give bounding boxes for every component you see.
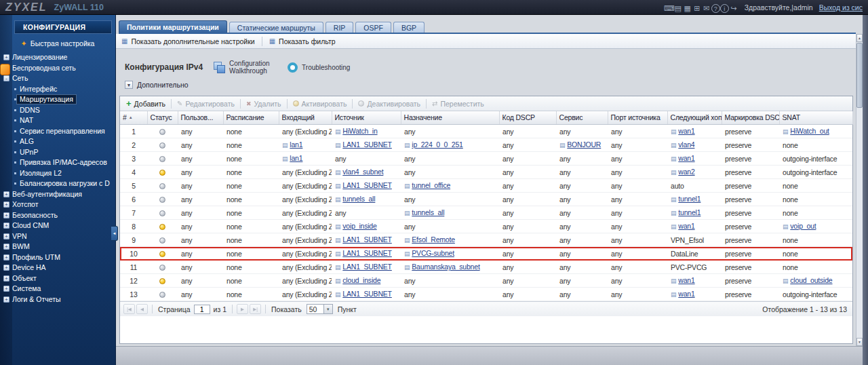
tree-expander-icon[interactable]: + bbox=[3, 233, 9, 239]
object-link[interactable]: LAN1_SUBNET bbox=[342, 140, 392, 149]
page-size-select[interactable]: 50 ▼ bbox=[307, 304, 333, 314]
tree-expander-icon[interactable]: + bbox=[3, 244, 9, 250]
table-row[interactable]: 11anynoneany (Excluding Zy...▤LAN1_SUBNE… bbox=[120, 261, 852, 274]
column-header[interactable]: Назначение bbox=[401, 111, 499, 125]
object-link[interactable]: tunnel1 bbox=[678, 195, 701, 203]
sitemap-icon[interactable]: ▦ bbox=[683, 3, 692, 13]
edit-button[interactable]: ✎Редактировать bbox=[174, 98, 238, 109]
object-link[interactable]: LAN1_SUBNET bbox=[342, 290, 392, 298]
object-link[interactable]: wan2 bbox=[678, 168, 694, 176]
object-link[interactable]: LAN1_SUBNET bbox=[342, 249, 392, 257]
table-row[interactable]: 1anynoneany (Excluding Zy...▤HiWatch_ina… bbox=[120, 125, 852, 138]
vertical-scrollbar[interactable]: ▲ ▼ bbox=[856, 34, 863, 346]
tree-expander-icon[interactable]: + bbox=[3, 286, 9, 292]
tree-expander-icon[interactable]: + bbox=[3, 54, 9, 60]
column-header[interactable]: Сервис bbox=[556, 111, 608, 125]
sidebar-item-system[interactable]: +Система bbox=[0, 284, 115, 294]
object-link[interactable]: Efsol_Remote bbox=[412, 235, 455, 244]
table-row[interactable]: 13anynoneany (Excluding Zy...▤LAN1_SUBNE… bbox=[120, 288, 852, 301]
column-header[interactable]: Входящий bbox=[279, 111, 332, 125]
object-link[interactable]: lan1 bbox=[290, 140, 302, 149]
object-link[interactable]: vlan4 bbox=[678, 140, 694, 149]
object-link[interactable]: LAN1_SUBNET bbox=[342, 235, 392, 244]
object-link[interactable]: PVCG-subnet bbox=[412, 249, 454, 257]
sidebar-item-cloud-cnm[interactable]: +Cloud CNM bbox=[0, 220, 115, 231]
sidebar-collapse-handle[interactable]: ◂ bbox=[111, 226, 118, 241]
object-link[interactable]: LAN1_SUBNET bbox=[342, 263, 392, 271]
sidebar-item-ddns[interactable]: DDNS bbox=[0, 105, 115, 116]
column-header[interactable]: Источник bbox=[332, 111, 401, 125]
object-link[interactable]: HiWatch_out bbox=[790, 127, 829, 135]
tab-routing-policies[interactable]: Политики маршрутизации bbox=[119, 20, 227, 33]
sidebar-item-l2-isolation[interactable]: Изоляция L2 bbox=[0, 168, 115, 179]
sidebar-item-device-ha[interactable]: +Device HA bbox=[0, 263, 115, 273]
column-header[interactable]: Код DSCP bbox=[499, 111, 556, 125]
object-link[interactable]: tunnel_office bbox=[412, 181, 450, 189]
object-link[interactable]: cloud_inside bbox=[342, 276, 380, 284]
tree-expander-icon[interactable]: + bbox=[3, 275, 9, 282]
remove-button[interactable]: ✖Удалить bbox=[243, 98, 285, 109]
sidebar-item-routing[interactable]: Маршрутизация bbox=[0, 94, 115, 105]
highlighted-row[interactable]: 10anynoneany (Excluding Zy...▤LAN1_SUBNE… bbox=[120, 247, 852, 261]
deactivate-button[interactable]: Деактивировать bbox=[355, 98, 424, 109]
activate-button[interactable]: Активировать bbox=[290, 98, 351, 109]
column-header[interactable]: Следующий хоп bbox=[667, 111, 722, 125]
configuration-walkthrough-link[interactable]: Configuration Walkthrough bbox=[214, 60, 277, 75]
sidebar-item-logs-reports[interactable]: +Логи & Отчеты bbox=[0, 294, 115, 305]
object-link[interactable]: tunnels_all bbox=[412, 208, 444, 216]
tree-expander-icon[interactable]: + bbox=[3, 212, 9, 218]
object-link[interactable]: vlan4_subnet bbox=[342, 168, 383, 176]
sidebar-quick-setup[interactable]: ✦ Быстрая настройка bbox=[0, 38, 115, 49]
table-row[interactable]: 6anynoneany (Excluding Zy...▤tunnels_all… bbox=[120, 193, 852, 206]
tab-bgp[interactable]: BGP bbox=[393, 22, 425, 33]
about-icon[interactable]: i bbox=[720, 4, 729, 13]
sidebar-item-utm-profile[interactable]: +Профиль UTM bbox=[0, 252, 115, 263]
sidebar-item-upnp[interactable]: UPnP bbox=[0, 147, 115, 158]
tab-static-routes[interactable]: Статические маршруты bbox=[229, 22, 323, 33]
tree-expander-icon[interactable]: + bbox=[3, 191, 9, 197]
tab-rip[interactable]: RIP bbox=[326, 22, 354, 33]
prev-page-button[interactable]: ◀ bbox=[136, 304, 148, 314]
first-page-button[interactable]: |◀ bbox=[123, 304, 135, 314]
sidebar-item-object[interactable]: +Объект bbox=[0, 273, 115, 284]
edge-bookmark-icon[interactable] bbox=[0, 64, 10, 75]
scroll-up-icon[interactable]: ▲ bbox=[856, 34, 863, 42]
tree-expander-icon[interactable]: - bbox=[3, 75, 9, 81]
show-advanced-settings-button[interactable]: Показать дополнительные настройки bbox=[131, 37, 254, 45]
object-link[interactable]: wan1 bbox=[678, 290, 694, 298]
column-header[interactable]: Порт источника bbox=[608, 111, 667, 125]
sidebar-item-security[interactable]: +Безопасность bbox=[0, 210, 115, 221]
sidebar-item-load-balancing[interactable]: Балансировка нагрузки с D bbox=[0, 178, 115, 189]
sidebar-item-vpn[interactable]: +VPN bbox=[0, 231, 115, 242]
cli-icon[interactable]: ⌨ bbox=[664, 3, 673, 13]
table-row[interactable]: 12anynoneany (Excluding Zy...▤cloud_insi… bbox=[120, 274, 852, 288]
object-link[interactable]: tunnels_all bbox=[342, 195, 375, 203]
tree-expander-icon[interactable]: + bbox=[3, 254, 9, 261]
tree-expander-icon[interactable]: + bbox=[3, 223, 9, 229]
column-header[interactable]: Расписание bbox=[223, 111, 279, 125]
advanced-section-toggle[interactable]: ▼ Дополнительно bbox=[125, 81, 189, 89]
object-link[interactable]: lan1 bbox=[290, 154, 302, 162]
tree-expander-icon[interactable]: + bbox=[3, 296, 9, 303]
table-row[interactable]: 9anynoneany (Excluding Zy...▤LAN1_SUBNET… bbox=[120, 233, 852, 247]
table-row[interactable]: 5anynoneany (Excluding Zy...▤LAN1_SUBNET… bbox=[120, 179, 852, 193]
table-row[interactable]: 7anynoneany (Excluding Zy...any▤tunnels_… bbox=[120, 206, 852, 220]
sidebar-item-alg[interactable]: ALG bbox=[0, 136, 115, 147]
object-link[interactable]: voip_out bbox=[790, 222, 816, 230]
forum-icon[interactable]: ✉ bbox=[702, 3, 711, 13]
column-header[interactable]: Пользов... bbox=[178, 111, 223, 125]
object-link[interactable]: cloud_outside bbox=[790, 276, 832, 284]
sidebar-item-redirect-service[interactable]: Сервис перенаправления bbox=[0, 126, 115, 137]
sidebar-item-interface[interactable]: Интерфейс bbox=[0, 84, 115, 95]
object-link[interactable]: wan1 bbox=[678, 222, 694, 230]
next-page-button[interactable]: ▶ bbox=[237, 304, 248, 314]
troubleshooting-link[interactable]: Troubleshooting bbox=[288, 62, 350, 73]
object-link[interactable]: BONJOUR bbox=[567, 140, 601, 149]
table-row[interactable]: 2anynone▤lan1▤LAN1_SUBNET▤ip_224_0_0_251… bbox=[120, 138, 852, 152]
reference-icon[interactable]: ▤ bbox=[673, 3, 683, 13]
object-link[interactable]: ip_224_0_0_251 bbox=[412, 140, 462, 149]
sidebar-item-ip-mac-binding[interactable]: Привязка IP/MAC-адресов bbox=[0, 157, 115, 168]
sidebar-item-web-auth[interactable]: +Веб-аутентификация bbox=[0, 189, 115, 200]
tree-expander-icon[interactable]: + bbox=[3, 201, 9, 208]
tab-ospf[interactable]: OSPF bbox=[355, 22, 391, 33]
